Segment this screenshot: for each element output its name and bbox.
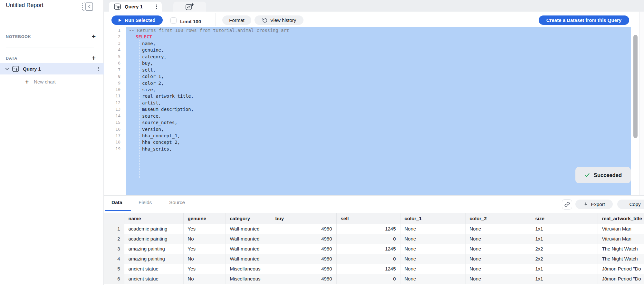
code-line[interactable]: 1-- Returns first 100 rows from tutorial… bbox=[104, 27, 639, 34]
cell-color_2[interactable]: None bbox=[465, 244, 531, 254]
code-line[interactable]: 13museum_description, bbox=[104, 106, 639, 113]
query-options-kebab-icon[interactable] bbox=[98, 67, 99, 71]
table-row[interactable]: 6ancient statueNoMiscellaneous49800NoneN… bbox=[104, 274, 644, 284]
cell-sell[interactable]: 0 bbox=[336, 234, 400, 244]
code-line[interactable]: 16version, bbox=[104, 126, 639, 133]
cell-name[interactable]: ancient statue bbox=[124, 274, 183, 284]
tab-query-1[interactable]: Query 1 bbox=[109, 2, 162, 12]
cell-real_artwork_title[interactable]: Vitruvian Man bbox=[598, 224, 644, 234]
collapse-sidebar-button[interactable] bbox=[82, 2, 95, 11]
code-line[interactable]: 14source, bbox=[104, 113, 639, 119]
cell-sell[interactable]: 1245 bbox=[336, 264, 400, 274]
cell-genuine[interactable]: No bbox=[183, 274, 226, 284]
table-row[interactable]: 5ancient statueYesMiscellaneous49801245N… bbox=[104, 264, 644, 274]
column-header-color_2[interactable]: color_2 bbox=[465, 213, 531, 224]
add-chart-tab-button[interactable] bbox=[173, 2, 206, 12]
code-line[interactable]: 19hha_series, bbox=[104, 146, 639, 152]
code-line[interactable]: 4genuine, bbox=[104, 47, 639, 53]
column-header-name[interactable]: name bbox=[124, 213, 183, 224]
run-selected-button[interactable]: Run Selected bbox=[111, 15, 163, 25]
chevron-down-icon[interactable] bbox=[5, 68, 9, 70]
cell-color_1[interactable]: None bbox=[400, 234, 465, 244]
cell-name[interactable]: academic painting bbox=[124, 234, 183, 244]
cell-color_1[interactable]: None bbox=[400, 254, 465, 264]
cell-color_2[interactable]: None bbox=[465, 254, 531, 264]
column-header-sell[interactable]: sell bbox=[336, 213, 400, 224]
cell-size[interactable]: 1x1 bbox=[531, 274, 598, 284]
cell-genuine[interactable]: Yes bbox=[183, 244, 226, 254]
cell-category[interactable]: Wall-mounted bbox=[226, 254, 271, 264]
cell-category[interactable]: Wall-mounted bbox=[226, 234, 271, 244]
add-notebook-cell-button[interactable]: + bbox=[91, 33, 97, 40]
code-line[interactable]: 18hha_concept_2, bbox=[104, 139, 639, 145]
cell-category[interactable]: Wall-mounted bbox=[226, 244, 271, 254]
cell-name[interactable]: amazing painting bbox=[124, 254, 183, 264]
cell-size[interactable]: 1x1 bbox=[531, 264, 598, 274]
cell-genuine[interactable]: No bbox=[183, 254, 226, 264]
tab-options-kebab-icon[interactable] bbox=[156, 5, 157, 9]
column-header-genuine[interactable]: genuine bbox=[183, 213, 226, 224]
cell-color_1[interactable]: None bbox=[400, 274, 465, 284]
cell-genuine[interactable]: Yes bbox=[183, 264, 226, 274]
cell-buy[interactable]: 4980 bbox=[271, 274, 336, 284]
code-line[interactable]: 7sell, bbox=[104, 67, 639, 73]
tab-data[interactable]: Data bbox=[111, 200, 122, 205]
cell-genuine[interactable]: No bbox=[183, 234, 226, 244]
format-button[interactable]: Format bbox=[222, 15, 251, 25]
cell-color_2[interactable]: None bbox=[465, 224, 531, 234]
cell-sell[interactable]: 0 bbox=[336, 274, 400, 284]
cell-buy[interactable]: 4980 bbox=[271, 254, 336, 264]
sql-editor[interactable]: 1-- Returns first 100 rows from tutorial… bbox=[104, 26, 639, 195]
share-link-button[interactable] bbox=[562, 199, 572, 210]
cell-sell[interactable]: 1245 bbox=[336, 224, 400, 234]
copy-button[interactable]: Copy bbox=[617, 200, 644, 209]
cell-category[interactable]: Miscellaneous bbox=[226, 274, 271, 284]
tab-fields[interactable]: Fields bbox=[139, 200, 152, 205]
limit-100-checkbox[interactable] bbox=[170, 17, 177, 24]
code-line[interactable]: 9color_2, bbox=[104, 80, 639, 86]
cell-color_2[interactable]: None bbox=[465, 234, 531, 244]
table-row[interactable]: 3amazing paintingYesWall-mounted49801245… bbox=[104, 244, 644, 254]
cell-real_artwork_title[interactable]: The Night Watch bbox=[598, 254, 644, 264]
code-line[interactable]: 11real_artwork_title, bbox=[104, 93, 639, 99]
code-line[interactable]: 15source_notes, bbox=[104, 119, 639, 126]
table-row[interactable]: 1academic paintingYesWall-mounted4980124… bbox=[104, 224, 644, 234]
cell-genuine[interactable]: Yes bbox=[183, 224, 226, 234]
table-row[interactable]: 4amazing paintingNoWall-mounted49800None… bbox=[104, 254, 644, 264]
cell-name[interactable]: ancient statue bbox=[124, 264, 183, 274]
column-header-category[interactable]: category bbox=[226, 213, 271, 224]
column-header-buy[interactable]: buy bbox=[271, 213, 336, 224]
code-line[interactable]: 6buy, bbox=[104, 60, 639, 66]
table-row[interactable]: 2academic paintingNoWall-mounted49800Non… bbox=[104, 234, 644, 244]
cell-buy[interactable]: 4980 bbox=[271, 264, 336, 274]
cell-size[interactable]: 2x2 bbox=[531, 244, 598, 254]
cell-color_1[interactable]: None bbox=[400, 224, 465, 234]
export-button[interactable]: Export bbox=[575, 200, 613, 209]
cell-sell[interactable]: 0 bbox=[336, 254, 400, 264]
code-line[interactable]: 12artist, bbox=[104, 100, 639, 106]
code-line[interactable]: 2SELECT bbox=[104, 34, 639, 40]
cell-size[interactable]: 1x1 bbox=[531, 224, 598, 234]
report-title[interactable]: Untitled Report bbox=[6, 2, 43, 9]
column-header-real_artwork_title[interactable]: real_artwork_title bbox=[598, 213, 644, 224]
cell-real_artwork_title[interactable]: Vitruvian Man bbox=[598, 234, 644, 244]
column-header-color_1[interactable]: color_1 bbox=[400, 213, 465, 224]
column-header-size[interactable]: size bbox=[531, 213, 598, 224]
cell-category[interactable]: Miscellaneous bbox=[226, 264, 271, 274]
code-line[interactable]: 5category, bbox=[104, 54, 639, 60]
cell-buy[interactable]: 4980 bbox=[271, 224, 336, 234]
cell-real_artwork_title[interactable]: Jōmon Period "Do bbox=[598, 274, 644, 284]
cell-category[interactable]: Wall-mounted bbox=[226, 224, 271, 234]
code-line[interactable]: 10size, bbox=[104, 86, 639, 93]
cell-buy[interactable]: 4980 bbox=[271, 244, 336, 254]
tab-source[interactable]: Source bbox=[169, 200, 185, 205]
cell-color_1[interactable]: None bbox=[400, 264, 465, 274]
code-line[interactable]: 8color_1, bbox=[104, 73, 639, 80]
cell-buy[interactable]: 4980 bbox=[271, 234, 336, 244]
sidebar-item-query-1[interactable]: Query 1 bbox=[0, 63, 104, 74]
cell-real_artwork_title[interactable]: Jōmon Period "Do bbox=[598, 264, 644, 274]
cell-sell[interactable]: 1245 bbox=[336, 244, 400, 254]
cell-color_2[interactable]: None bbox=[465, 274, 531, 284]
cell-size[interactable]: 1x1 bbox=[531, 234, 598, 244]
code-line[interactable]: 3name, bbox=[104, 40, 639, 47]
